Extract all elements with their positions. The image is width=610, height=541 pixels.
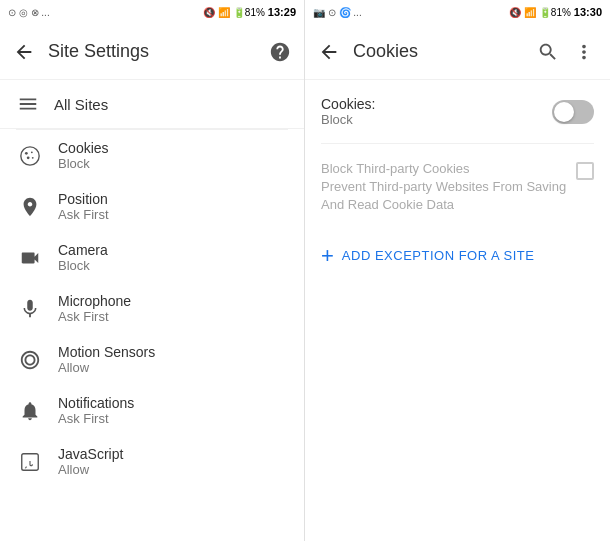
notifications-title: Notifications xyxy=(58,395,134,411)
notifications-text: Notifications Ask First xyxy=(58,395,134,426)
cookie-icon xyxy=(16,142,44,170)
third-party-checkbox[interactable] xyxy=(576,162,594,180)
motion-sensors-subtitle: Allow xyxy=(58,360,155,375)
toggle-knob xyxy=(554,102,574,122)
right-status-left: 📷 ⊙ 🌀 ... xyxy=(313,7,362,18)
third-party-sublabel: Prevent Third-party Websites From Saving… xyxy=(321,178,576,214)
bell-icon xyxy=(16,397,44,425)
left-panel-header: Site Settings xyxy=(0,24,304,80)
setting-item-camera[interactable]: Camera Block xyxy=(0,232,304,283)
all-sites-icon xyxy=(16,92,40,116)
right-time: 13:30 xyxy=(574,6,602,18)
position-text: Position Ask First xyxy=(58,191,109,222)
location-icon xyxy=(16,193,44,221)
third-party-title: Block Third-party Cookies xyxy=(321,160,576,178)
third-party-row: Block Third-party Cookies Prevent Third-… xyxy=(321,152,594,223)
motion-icon xyxy=(16,346,44,374)
right-panel-content: Cookies: Block Block Third-party Cookies… xyxy=(305,80,610,541)
svg-point-2 xyxy=(31,151,33,153)
setting-item-position[interactable]: Position Ask First xyxy=(0,181,304,232)
left-mute-icon: 🔇 xyxy=(203,7,215,18)
mic-icon xyxy=(16,295,44,323)
right-battery-icon: 🔋81% xyxy=(539,7,571,18)
add-exception-icon: + xyxy=(321,243,334,269)
setting-item-notifications[interactable]: Notifications Ask First xyxy=(0,385,304,436)
right-header-icons xyxy=(534,38,598,66)
cookies-toggle-switch[interactable] xyxy=(552,100,594,124)
more-options-icon-button[interactable] xyxy=(570,38,598,66)
search-icon-button[interactable] xyxy=(534,38,562,66)
notifications-subtitle: Ask First xyxy=(58,411,134,426)
left-status-right: 🔇 📶 🔋81% 13:29 xyxy=(203,6,296,18)
cookies-toggle-subtitle: Block xyxy=(321,112,375,127)
javascript-title: JavaScript xyxy=(58,446,123,462)
right-panel-header: Cookies xyxy=(305,24,610,80)
position-title: Position xyxy=(58,191,109,207)
all-sites-label: All Sites xyxy=(54,96,108,113)
add-exception-row[interactable]: + ADD EXCEPTION FOR A SITE xyxy=(321,243,594,269)
left-battery-icon: 🔋81% xyxy=(233,7,265,18)
left-time: 13:29 xyxy=(268,6,296,18)
svg-point-1 xyxy=(25,151,28,154)
cookies-title: Cookies xyxy=(58,140,109,156)
add-exception-label: ADD EXCEPTION FOR A SITE xyxy=(342,248,535,263)
cookies-toggle-row: Cookies: Block xyxy=(321,96,594,127)
right-status-right: 🔇 📶 🔋81% 13:30 xyxy=(509,6,602,18)
camera-icon xyxy=(16,244,44,272)
setting-item-microphone[interactable]: Microphone Ask First xyxy=(0,283,304,334)
right-app-icons: 📷 ⊙ 🌀 ... xyxy=(313,7,362,18)
setting-item-cookies[interactable]: Cookies Block xyxy=(0,130,304,181)
javascript-icon xyxy=(16,448,44,476)
right-mute-icon: 🔇 xyxy=(509,7,521,18)
third-party-text-block: Block Third-party Cookies Prevent Third-… xyxy=(321,160,576,215)
left-app-icons: ⊙ ◎ ⊗ ... xyxy=(8,7,50,18)
motion-sensors-title: Motion Sensors xyxy=(58,344,155,360)
left-panel-title: Site Settings xyxy=(48,41,256,62)
right-wifi-icon: 📶 xyxy=(524,7,536,18)
javascript-text: JavaScript Allow xyxy=(58,446,123,477)
third-party-section: Block Third-party Cookies Prevent Third-… xyxy=(321,143,594,223)
svg-point-0 xyxy=(21,146,39,164)
cookies-label-block: Cookies: Block xyxy=(321,96,375,127)
left-status-left: ⊙ ◎ ⊗ ... xyxy=(8,7,50,18)
microphone-subtitle: Ask First xyxy=(58,309,131,324)
cookies-text: Cookies Block xyxy=(58,140,109,171)
svg-point-3 xyxy=(27,156,30,159)
microphone-text: Microphone Ask First xyxy=(58,293,131,324)
setting-item-motion-sensors[interactable]: Motion Sensors Allow xyxy=(0,334,304,385)
help-icon-button[interactable] xyxy=(268,40,292,64)
position-subtitle: Ask First xyxy=(58,207,109,222)
all-sites-row[interactable]: All Sites xyxy=(0,80,304,129)
svg-point-4 xyxy=(32,156,34,158)
javascript-subtitle: Allow xyxy=(58,462,123,477)
cookies-toggle-title: Cookies: xyxy=(321,96,375,112)
right-panel-title: Cookies xyxy=(353,41,522,62)
settings-list: Cookies Block Position Ask First xyxy=(0,130,304,541)
left-wifi-icon: 📶 xyxy=(218,7,230,18)
camera-text: Camera Block xyxy=(58,242,108,273)
cookies-subtitle: Block xyxy=(58,156,109,171)
camera-subtitle: Block xyxy=(58,258,108,273)
left-back-button[interactable] xyxy=(12,40,36,64)
setting-item-javascript[interactable]: JavaScript Allow xyxy=(0,436,304,487)
camera-title: Camera xyxy=(58,242,108,258)
motion-sensors-text: Motion Sensors Allow xyxy=(58,344,155,375)
microphone-title: Microphone xyxy=(58,293,131,309)
right-back-button[interactable] xyxy=(317,40,341,64)
